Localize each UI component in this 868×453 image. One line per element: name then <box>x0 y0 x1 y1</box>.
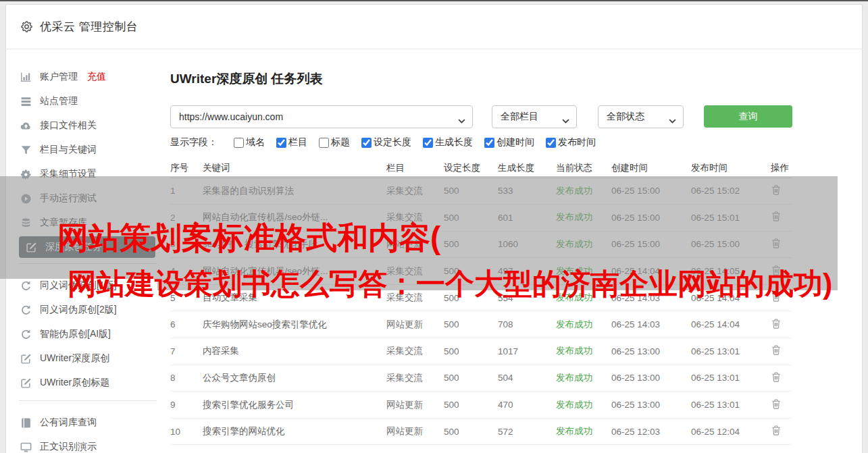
delete-task-button[interactable] <box>771 184 782 196</box>
sidebar-item[interactable]: UWriter深度原创 <box>19 346 155 371</box>
cell-keyword: 内容采集 <box>203 338 386 365</box>
field-checkbox[interactable] <box>423 138 433 148</box>
cell-status: 发布成功 <box>556 205 611 232</box>
cell-created: 06-25 14:03 <box>611 284 691 311</box>
delete-task-button[interactable] <box>771 265 782 276</box>
delete-task-button[interactable] <box>771 238 782 249</box>
sidebar-item[interactable]: 文章暂存库 <box>19 211 155 235</box>
cell-created: 06-25 13:00 <box>611 365 691 392</box>
field-checkbox[interactable] <box>546 138 556 148</box>
refresh-icon <box>20 304 32 316</box>
col-header-keyword: 关键词 <box>203 160 386 178</box>
field-checkbox[interactable] <box>319 138 329 148</box>
delete-task-button[interactable] <box>771 211 782 222</box>
cell-column: 采集交流 <box>386 284 444 311</box>
col-header-created: 创建时间 <box>611 160 691 178</box>
refresh-icon <box>20 280 32 292</box>
cell-column: 网站更新 <box>386 418 444 445</box>
cell-status: 发布成功 <box>556 418 611 445</box>
field-checkbox[interactable] <box>484 138 494 148</box>
delete-task-button[interactable] <box>771 291 782 302</box>
cell-created: 06-25 15:00 <box>611 231 691 258</box>
field-option: 栏目 <box>276 136 307 149</box>
table-row: 3seo兵书：搜索引擎优化手段网站更新5001060发布成功06-25 15:0… <box>170 231 792 258</box>
delete-task-button[interactable] <box>771 344 782 356</box>
cell-status: 发布成功 <box>556 258 611 285</box>
cell-column: 采集交流 <box>386 365 444 392</box>
chevron-down-icon <box>458 115 465 119</box>
field-checkbox[interactable] <box>234 138 244 148</box>
recharge-badge[interactable]: 充值 <box>87 71 106 83</box>
site-select-value: https://www.ucaiyun.com <box>179 111 283 122</box>
cell-seq: 3 <box>170 231 203 258</box>
col-header-actions: 操作 <box>771 160 792 178</box>
cell-seq: 4 <box>170 258 203 285</box>
search-button[interactable]: 查询 <box>704 105 792 128</box>
cell-actions <box>771 258 792 285</box>
cell-keyword: 搜索引擎优化服务公司 <box>203 392 386 419</box>
sidebar-item[interactable]: 栏目与关键词 <box>19 138 155 162</box>
play-icon <box>20 193 32 205</box>
cell-actions <box>771 365 792 392</box>
column-filter-select[interactable]: 全部栏目 <box>492 105 577 128</box>
field-checkbox[interactable] <box>361 138 372 148</box>
sidebar-item[interactable]: 同义词伪原创[2版] <box>19 298 155 322</box>
table-row: 5自动文章采集采集交流500554发布成功06-25 14:0306-25 14… <box>170 284 792 311</box>
col-header-status: 当前状态 <box>556 160 611 178</box>
cell-seq: 1 <box>170 178 203 205</box>
delete-task-button[interactable] <box>771 318 782 329</box>
sidebar-item-label: 同义词伪原创[1版] <box>40 279 117 292</box>
sidebar-item[interactable]: 手动运行测试 <box>19 186 155 211</box>
sidebar-item[interactable]: 接口文件相关 <box>19 113 155 138</box>
cell-actions <box>771 205 792 232</box>
cell-status: 发布成功 <box>556 338 611 365</box>
sidebar-item[interactable]: 站点管理 <box>19 89 155 113</box>
table-row: 6庆华购物网站seo搜索引擎优化网站更新500708发布成功06-25 14:0… <box>170 311 792 338</box>
cell-status: 发布成功 <box>556 231 611 258</box>
sidebar-divider <box>19 400 157 401</box>
field-checkbox-label: 设定长度 <box>374 136 411 149</box>
cell-keyword: 采集器的自动识别算法 <box>203 178 386 205</box>
trash-icon <box>771 238 782 249</box>
cell-column: 采集交流 <box>386 178 444 205</box>
edit-icon <box>26 242 37 253</box>
sidebar-item[interactable]: 采集细节设置 <box>19 162 155 186</box>
field-option: 设定长度 <box>361 136 411 149</box>
field-checkbox-label: 发布时间 <box>558 136 596 149</box>
field-checkbox-label: 生成长度 <box>435 136 473 149</box>
cell-actions <box>771 231 792 258</box>
sidebar-item-label: UWriter深度原创 <box>40 352 109 365</box>
delete-task-button[interactable] <box>771 398 782 410</box>
cell-gen_len: 470 <box>498 392 556 419</box>
col-header-genlen: 生成长度 <box>498 160 556 178</box>
sidebar-item-label: 采集细节设置 <box>40 168 97 180</box>
cell-column: 采集交流 <box>386 205 444 232</box>
cell-published: 06-25 13:01 <box>691 365 771 392</box>
sidebar-item[interactable]: 智能伪原创[AI版] <box>19 322 155 346</box>
edit-icon <box>20 353 32 365</box>
sidebar-item-label: 站点管理 <box>40 95 78 107</box>
status-filter-select[interactable]: 全部状态 <box>598 105 684 128</box>
field-option: 创建时间 <box>484 136 534 149</box>
cell-keyword: 网站自动化宣传机器/seo外链... <box>203 205 386 232</box>
sidebar-item[interactable]: UWriter原创标题 <box>19 371 155 395</box>
sidebar-item[interactable]: 正文识别演示 <box>19 435 155 453</box>
delete-task-button[interactable] <box>771 371 782 383</box>
app-window: 优采云 管理控制台 账户管理充值站点管理接口文件相关栏目与关键词采集细节设置手动… <box>0 0 868 453</box>
sidebar-item[interactable]: 公有词库查询 <box>19 410 155 435</box>
field-checkbox[interactable] <box>276 138 286 148</box>
server-icon <box>20 96 32 107</box>
delete-task-button[interactable] <box>771 425 782 436</box>
cell-status: 发布成功 <box>556 392 611 419</box>
cell-created: 06-25 14:03 <box>611 311 691 338</box>
field-checkbox-label: 创建时间 <box>496 136 534 149</box>
site-select[interactable]: https://www.ucaiyun.com <box>170 105 473 128</box>
sidebar-item-label: 同义词伪原创[2版] <box>40 304 117 316</box>
sidebar-item[interactable]: 账户管理充值 <box>19 65 155 89</box>
gear-icon <box>20 169 32 180</box>
field-option: 生成长度 <box>423 136 473 149</box>
cell-gen_len: 1017 <box>498 338 556 365</box>
sidebar-item[interactable]: 深度原创任务 <box>19 236 155 258</box>
sidebar-item[interactable]: 同义词伪原创[1版] <box>19 273 155 298</box>
cell-published: 06-25 14:04 <box>691 311 771 338</box>
